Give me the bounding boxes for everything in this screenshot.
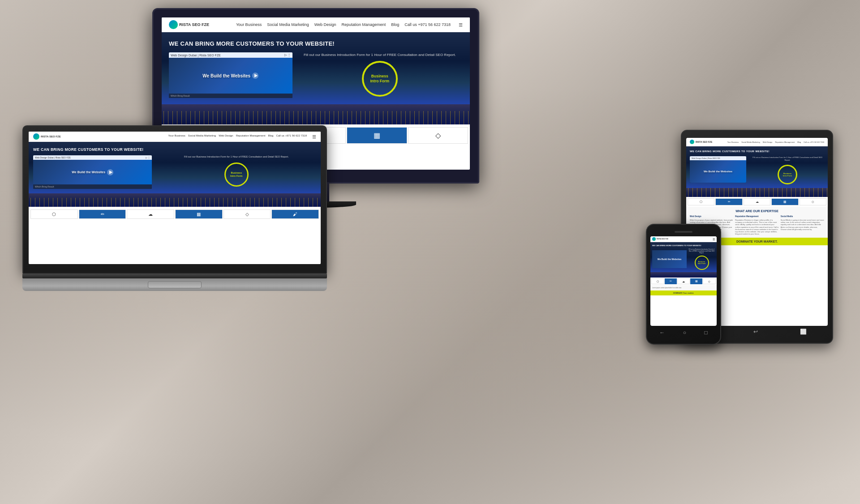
monitor-hero-content: Web Design Dubai | Rista SEO FZE ▷ ⋮ We … xyxy=(169,52,463,98)
tablet-hero-right: Fill out our Business Introduction Form … xyxy=(751,156,824,184)
laptop-cta-circle[interactable]: Business Intro Form xyxy=(224,162,249,187)
tablet-city-lights xyxy=(686,188,828,197)
tablet-nav-1: Your Business xyxy=(727,141,739,143)
tablet-expertise-reputation: Reputation Management Reputation Reviews… xyxy=(735,215,778,235)
laptop-screen: RISTA SEO FZE Your Business Social Media… xyxy=(29,132,321,264)
monitor-website-nav: RISTA SEO FZE Your Business Social Media… xyxy=(162,17,470,32)
phone-device: RISTA SEO FZE ☰ WE CAN BRING MORE CUSTOM… xyxy=(646,224,721,345)
monitor-video-tagline: We Build the Websites xyxy=(202,73,250,78)
phone-service-2: ✏ xyxy=(665,278,677,284)
laptop-service-3: ☁ xyxy=(127,209,174,219)
phone-service-4: ▦ xyxy=(690,278,702,284)
laptop-bezel: RISTA SEO FZE Your Business Social Media… xyxy=(22,125,327,274)
laptop-service-5: ◇ xyxy=(224,209,271,219)
laptop-cta-text: Business Intro Form xyxy=(230,171,243,178)
laptop-device: RISTA SEO FZE Your Business Social Media… xyxy=(22,125,327,291)
tablet-expertise-social: Social Media Social Media is going to be… xyxy=(781,215,824,235)
phone-hero-desc: Fill out our Business Introduction Form … xyxy=(688,248,715,254)
laptop-video-tagline: We Build the Websites xyxy=(72,171,105,174)
tablet-city-strip xyxy=(686,188,828,197)
tablet-video-tagline: We Build the Websites xyxy=(704,170,732,173)
laptop-play-btn[interactable] xyxy=(107,169,113,175)
phone-service-bar: ⬡ ✏ ☁ ▦ ◇ xyxy=(650,278,717,285)
laptop-touchpad xyxy=(148,281,202,288)
tablet-nav-4: Reputation Management xyxy=(775,141,795,143)
tablet-video-title: Web Design Dubai | Rista SEO FZE xyxy=(692,157,720,159)
phone-service-1: ⬡ xyxy=(651,278,664,284)
laptop-city-lights xyxy=(29,198,321,207)
laptop-service-6: 🖌 xyxy=(271,209,319,219)
laptop-hamburger-icon: ☰ xyxy=(312,134,316,139)
nav-call: Call us +971 56 622 7318 xyxy=(404,22,451,27)
monitor-hero-title: WE CAN BRING MORE CUSTOMERS TO YOUR WEBS… xyxy=(169,40,463,47)
phone-dominate-bar: DOMINATE Your market. xyxy=(650,290,717,295)
tablet-nav-6: Call us +971 56 622 7318 xyxy=(804,141,824,143)
tablet-service-5: ◇ xyxy=(800,198,826,205)
laptop-nav-5: Blog xyxy=(268,134,273,139)
monitor-video: Web Design Dubai | Rista SEO FZE ▷ ⋮ We … xyxy=(169,52,292,98)
laptop-hero: WE CAN BRING MORE CUSTOMERS TO YOUR WEBS… xyxy=(29,142,321,193)
tablet-hero-content: Web Design Dubai | Rista SEO FZE We Buil… xyxy=(690,156,824,184)
laptop-hero-desc: Fill out our Business Introduction Form … xyxy=(184,155,289,159)
phone-hero: WE CAN BRING MORE CUSTOMERS TO YOUR WEBS… xyxy=(650,242,717,272)
phone-bottom-nav: ← ○ □ xyxy=(650,326,717,336)
nav-reputation: Reputation Management xyxy=(342,22,386,27)
laptop-nav-4: Reputation Management xyxy=(236,134,266,139)
phone-home-icon: ○ xyxy=(683,329,686,336)
laptop-service-1: ⬡ xyxy=(30,209,78,219)
monitor-city-strip xyxy=(162,104,470,124)
laptop-hero-content: Web Design Dubai | Rista SEO FZE ▷ ⋮ We … xyxy=(33,155,316,189)
monitor-video-footer: Which Bring Result xyxy=(169,94,292,98)
laptop-video: Web Design Dubai | Rista SEO FZE ▷ ⋮ We … xyxy=(33,155,152,189)
laptop-video-header: Web Design Dubai | Rista SEO FZE ▷ ⋮ xyxy=(33,155,152,160)
tablet-hero: WE CAN BRING MORE CUSTOMERS TO YOUR WEBS… xyxy=(686,146,828,188)
tablet-nav-back-icon: ↩ xyxy=(753,329,758,336)
phone-logo-text: RISTA SEO FZE xyxy=(657,238,668,240)
monitor-video-body: We Build the Websites xyxy=(169,58,292,94)
tablet-service-bar: ⬡ ✏ ☁ ▦ ◇ xyxy=(686,197,828,207)
monitor-cta-circle[interactable]: Business Intro Form xyxy=(362,61,398,97)
laptop-video-title: Web Design Dubai | Rista SEO FZE xyxy=(35,156,71,159)
phone-nav: RISTA SEO FZE ☰ xyxy=(650,236,717,242)
phone-extra: Lorem ipsum content placeholder for mobi… xyxy=(650,285,717,290)
phone-screen: RISTA SEO FZE ☰ WE CAN BRING MORE CUSTOM… xyxy=(650,236,717,326)
laptop-logo: RISTA SEO FZE xyxy=(33,133,61,140)
tablet-logo-icon xyxy=(690,140,694,144)
monitor-play-btn[interactable] xyxy=(252,73,258,79)
tablet-cta-circle[interactable]: Business Intro Form xyxy=(778,165,797,184)
phone-cta-circle[interactable]: Business Intro Form xyxy=(695,256,709,270)
phone-city-strip xyxy=(650,272,717,278)
phone-video-body: We Build the Websites xyxy=(652,250,687,268)
nav-your-business: Your Business xyxy=(236,22,262,27)
laptop-video-footer: Which Bring Result xyxy=(33,184,152,189)
tablet-nav-2: Social Media Marketing xyxy=(741,141,760,143)
phone-hero-title: WE CAN BRING MORE CUSTOMERS TO YOUR WEBS… xyxy=(652,244,715,247)
tablet-hero-desc: Fill out our Business Introduction Form … xyxy=(751,156,824,161)
tablet-service-1: ⬡ xyxy=(688,198,714,205)
monitor-hero-desc: Fill out our Business Introduction Form … xyxy=(304,52,456,57)
tablet-hero-title: WE CAN BRING MORE CUSTOMERS TO YOUR WEBS… xyxy=(690,150,824,153)
laptop-nav-2: Social Media Marketing xyxy=(188,134,216,139)
monitor-video-header: Web Design Dubai | Rista SEO FZE ▷ ⋮ xyxy=(169,52,292,58)
tablet-nav-5: Blog xyxy=(797,141,801,143)
tablet-expertise-title: WHAT ARE OUR EXPERTISE xyxy=(690,209,824,213)
monitor-video-sub: Which Bring Result xyxy=(171,94,190,97)
tablet-video: Web Design Dubai | Rista SEO FZE We Buil… xyxy=(690,156,746,183)
phone-extra-text: Lorem ipsum content placeholder for mobi… xyxy=(652,287,715,289)
nav-web-design: Web Design xyxy=(314,22,336,27)
laptop-video-controls: ▷ ⋮ xyxy=(146,156,150,159)
monitor-video-controls: ▷ ⋮ xyxy=(284,53,291,57)
laptop-service-bar: ⬡ ✏ ☁ ▦ ◇ 🖌 xyxy=(29,207,321,222)
tablet-logo: RISTA SEO FZE xyxy=(690,140,712,144)
laptop-nav-3: Web Design xyxy=(219,134,233,139)
tablet-service-4: ▦ xyxy=(771,198,798,205)
laptop-service-4: ▦ xyxy=(175,209,223,219)
laptop-hero-right: Fill out our Business Introduction Form … xyxy=(156,155,316,187)
laptop-play-triangle-icon xyxy=(109,171,112,174)
phone-bezel: RISTA SEO FZE ☰ WE CAN BRING MORE CUSTOM… xyxy=(646,224,721,345)
laptop-hero-title: WE CAN BRING MORE CUSTOMERS TO YOUR WEBS… xyxy=(33,147,316,152)
hamburger-icon: ☰ xyxy=(459,22,463,27)
laptop-city-strip xyxy=(29,193,321,207)
laptop-hinge xyxy=(22,274,327,278)
laptop-nav-6: Call us +971 56 622 7318 xyxy=(276,134,307,139)
